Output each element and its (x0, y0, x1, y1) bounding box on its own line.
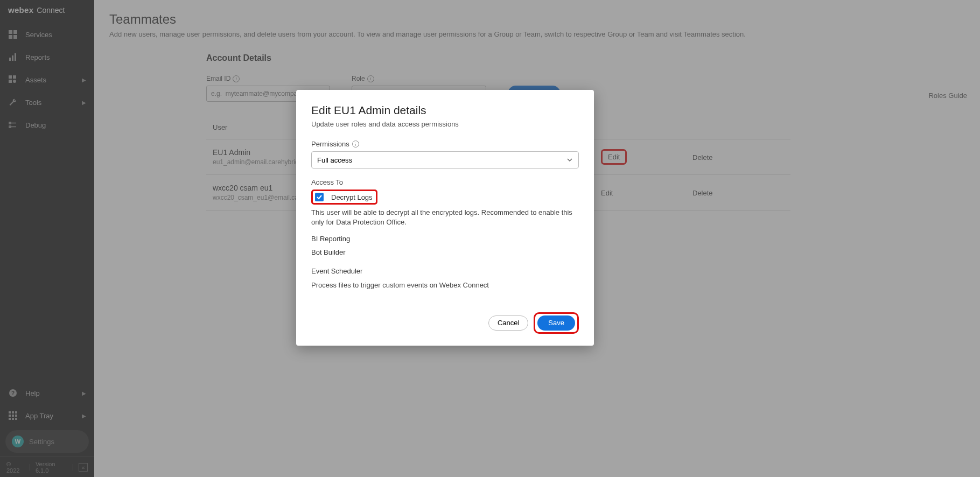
cancel-button[interactable]: Cancel (488, 315, 528, 331)
decrypt-logs-hint: This user will be able to decrypt all th… (311, 208, 579, 227)
modal-subtitle: Update user roles and data access permis… (311, 120, 579, 128)
chevron-down-icon (566, 157, 573, 163)
event-scheduler-item[interactable]: Event Scheduler (311, 267, 579, 275)
bot-builder-item[interactable]: Bot Builder (311, 248, 579, 256)
decrypt-logs-row: Decrypt Logs (311, 190, 579, 205)
decrypt-logs-label: Decrypt Logs (331, 193, 373, 201)
modal-footer: Cancel Save (311, 312, 579, 334)
permissions-select[interactable]: Full access (311, 151, 579, 169)
event-scheduler-hint: Process files to trigger custom events o… (311, 280, 579, 290)
access-to-label: Access To (311, 178, 579, 186)
save-button[interactable]: Save (537, 315, 575, 331)
permissions-value: Full access (317, 156, 352, 164)
info-icon[interactable]: i (352, 141, 359, 148)
modal-title: Edit EU1 Admin details (311, 104, 579, 117)
bi-reporting-item[interactable]: BI Reporting (311, 235, 579, 243)
decrypt-logs-checkbox[interactable] (315, 193, 324, 201)
permissions-label: Permissions i (311, 140, 579, 148)
edit-user-modal: Edit EU1 Admin details Update user roles… (296, 90, 594, 346)
